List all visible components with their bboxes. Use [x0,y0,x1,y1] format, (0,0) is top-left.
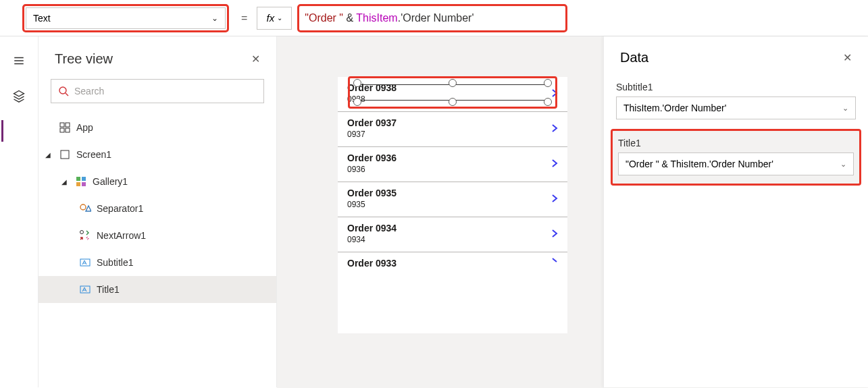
active-rail-indicator [1,120,3,142]
screen-icon [59,149,71,160]
chevron-down-icon: ⌄ [211,13,218,23]
gallery-item-subtitle: 0937 [347,130,558,139]
data-field-select[interactable]: ThisItem.'Order Number' ⌄ [616,96,856,119]
formula-expression[interactable]: "Order " & ThisItem.'Order Number' [305,11,474,24]
chevron-right-icon[interactable] [550,123,559,136]
resize-handle[interactable] [544,98,552,106]
gallery-item[interactable]: Order 0933 [338,252,567,274]
resize-handle[interactable] [449,79,457,87]
gallery-item-title: Order 0935 [347,188,558,198]
label-icon [79,257,91,268]
formula-expression-highlight: "Order " & ThisItem.'Order Number' [297,4,567,32]
shapes-icon [79,202,91,215]
search-input[interactable] [74,86,257,96]
property-selector[interactable]: Text ⌄ [26,7,226,29]
chevron-right-icon[interactable] [550,159,559,171]
gallery-item-subtitle: 0934 [347,235,558,244]
tree-view-panel: Tree view ✕ App ◢ Screen1 ◢ Gallery1 [38,36,277,387]
tree-view-title: Tree view [55,51,113,67]
svg-rect-10 [82,182,86,186]
data-field-label: Subtitle1 [616,82,856,92]
gallery-item-title: Order 0936 [347,153,558,163]
tree-item-label: Screen1 [76,149,111,160]
close-icon[interactable]: ✕ [843,51,852,64]
svg-point-0 [59,87,66,94]
gallery-item[interactable]: Order 0934 0934 [338,217,567,252]
svg-rect-2 [60,123,64,127]
search-icon [58,86,69,96]
svg-point-13 [80,231,84,234]
icon-set-icon [79,229,91,242]
svg-rect-7 [76,177,80,181]
property-selector-label: Text [33,13,51,24]
data-field-value: "Order " & ThisItem.'Order Number' [626,159,773,169]
data-field-select[interactable]: "Order " & ThisItem.'Order Number' ⌄ [618,153,854,175]
hamburger-icon[interactable] [11,53,27,69]
fx-label: fx [267,12,275,24]
resize-handle[interactable] [449,98,457,106]
search-input-container[interactable] [51,79,264,103]
tree-item-label: Gallery1 [93,176,128,187]
resize-handle[interactable] [353,79,361,87]
data-field-label: Title1 [618,138,854,148]
tree-item-subtitle1[interactable]: Subtitle1 [39,249,276,276]
tree-item-app[interactable]: App [39,114,276,141]
property-selector-highlight: Text ⌄ [22,4,229,32]
svg-rect-5 [66,128,70,132]
svg-rect-9 [76,182,80,186]
gallery-item-subtitle: 0936 [347,165,558,174]
data-field-title1-highlight: Title1 "Order " & ThisItem.'Order Number… [611,129,861,186]
tree-item-label: NextArrow1 [97,230,146,241]
chevron-down-icon: ⌄ [840,160,846,169]
chevron-right-icon[interactable] [550,194,559,206]
svg-line-16 [553,258,557,262]
left-rail [0,36,38,387]
gallery-item[interactable]: Order 0935 0935 [338,182,567,217]
selection-highlight [348,76,557,109]
fx-button[interactable]: fx ⌄ [257,7,292,30]
close-icon[interactable]: ✕ [251,53,260,65]
chevron-right-icon[interactable] [550,257,559,269]
chevron-right-icon[interactable] [550,229,559,241]
gallery-item[interactable]: Order 0937 0937 [338,112,567,147]
screen-preview[interactable]: Order 0938 0938 Order 0937 0937 Order 09… [338,77,567,333]
svg-rect-6 [61,150,69,159]
data-panel: Data ✕ Subtitle1 ThisItem.'Order Number'… [603,36,868,387]
label-icon [79,284,91,295]
tree-item-screen1[interactable]: ◢ Screen1 [39,141,276,168]
tree-item-label: Separator1 [97,203,143,214]
gallery-item-title: Order 0937 [347,117,558,128]
tree-item-label: App [76,122,93,133]
data-field-subtitle1: Subtitle1 ThisItem.'Order Number' ⌄ [604,82,868,129]
svg-marker-12 [86,206,91,211]
svg-rect-3 [66,123,70,127]
gallery-item[interactable]: Order 0936 0936 [338,147,567,182]
grid-icon [59,122,71,133]
tree-item-label: Subtitle1 [97,257,133,268]
gallery-icon [75,176,87,187]
svg-rect-8 [82,177,86,181]
data-field-value: ThisItem.'Order Number' [623,103,726,113]
gallery-item-title: Order 0934 [347,223,558,233]
svg-line-1 [66,93,68,96]
resize-handle[interactable] [353,98,361,106]
gallery-item-title: Order 0933 [347,258,558,269]
chevron-down-icon[interactable]: ◢ [45,151,53,159]
data-panel-title: Data [620,50,648,65]
svg-rect-4 [60,128,64,132]
formula-bar: Text ⌄ = fx ⌄ "Order " & ThisItem.'Order… [0,0,868,36]
tree-item-label: Title1 [97,284,120,295]
tree-item-separator1[interactable]: Separator1 [39,195,276,222]
equals-sign: = [241,12,247,24]
tree-list: App ◢ Screen1 ◢ Gallery1 Separator1 [39,114,276,303]
tree-item-nextarrow1[interactable]: NextArrow1 [39,222,276,249]
chevron-down-icon: ⌄ [842,104,848,113]
resize-handle[interactable] [544,79,552,87]
tree-item-gallery1[interactable]: ◢ Gallery1 [39,168,276,195]
layers-icon[interactable] [11,88,27,104]
chevron-down-icon[interactable]: ◢ [61,178,70,186]
svg-point-11 [80,204,86,210]
tree-item-title1[interactable]: Title1 [39,276,276,303]
gallery-item-subtitle: 0935 [347,200,558,209]
chevron-down-icon: ⌄ [277,14,282,22]
